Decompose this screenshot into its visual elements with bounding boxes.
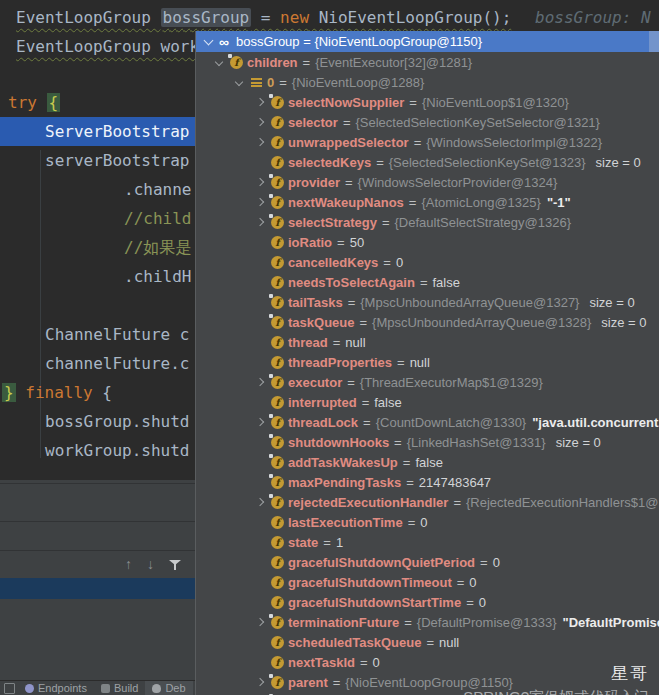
variable-row[interactable]: fstate=1 (196, 532, 659, 552)
variable-reference: {MpscUnboundedArrayQueue@1328} (372, 315, 591, 330)
expand-chevron-icon[interactable] (253, 416, 266, 429)
variable-row[interactable]: fneedsToSelectAgain=false (196, 272, 659, 292)
layout-toggle-icon[interactable] (4, 683, 15, 694)
panel-divider (0, 521, 195, 522)
variable-row[interactable]: fselectNowSupplier={NioEventLoop$1@1320} (196, 92, 659, 112)
variable-row[interactable]: frejectedExecutionHandler={RejectedExecu… (196, 492, 659, 512)
variable-row[interactable]: ftailTasks={MpscUnboundedArrayQueue@1327… (196, 292, 659, 312)
variable-value: 50 (350, 235, 364, 250)
variable-name: nextTaskId (288, 655, 355, 670)
variable-row[interactable]: fchildren={EventExecutor[32]@1281} (196, 52, 659, 72)
variable-row[interactable]: fmaxPendingTasks=2147483647 (196, 472, 659, 492)
code-token: //如果是 (124, 238, 191, 257)
variable-row[interactable]: faddTaskWakesUp=false (196, 452, 659, 472)
variable-row[interactable]: fnextWakeupNanos={AtomicLong@1325}"-1" (196, 192, 659, 212)
expand-chevron-icon[interactable] (253, 216, 266, 229)
expand-chevron-icon[interactable] (253, 616, 266, 629)
variable-row[interactable]: fexecutor={ThreadExecutorMap$1@1329} (196, 372, 659, 392)
scrollbar-thumb[interactable] (649, 31, 659, 52)
editor-left-lines: try {ServerBootstrapserverBootstrap.chan… (0, 88, 195, 465)
chevron-spacer (253, 576, 266, 589)
variable-row[interactable]: fshutdownHooks={LinkedHashSet@1331}size … (196, 432, 659, 452)
field-icon: f (271, 416, 284, 429)
variable-row[interactable]: fthreadLock={CountDownLatch@1330}"java.u… (196, 412, 659, 432)
field-icon: f (271, 256, 284, 269)
variable-row[interactable]: fselectStrategy={DefaultSelectStrategy@1… (196, 212, 659, 232)
variable-row[interactable]: fparent={NioEventLoopGroup@1150} (196, 672, 659, 692)
popup-header-title: bossGroup = {NioEventLoopGroup@1150} (236, 34, 482, 49)
code-token: ServerBootstrap (45, 122, 190, 141)
variable-string-value: "java.util.concurrent.Cou (532, 415, 659, 430)
panel-divider (0, 550, 195, 551)
expand-chevron-icon[interactable] (253, 496, 266, 509)
code-line: ChannelFuture c (0, 320, 195, 349)
field-icon: f (271, 136, 284, 149)
navigate-up-icon[interactable]: ↑ (125, 558, 132, 572)
expand-chevron-icon[interactable] (253, 116, 266, 129)
chevron-spacer (253, 596, 266, 609)
variable-value: 0 (420, 515, 427, 530)
variable-row[interactable]: fnextTaskId=0 (196, 652, 659, 672)
variable-row[interactable]: finterrupted=false (196, 392, 659, 412)
variable-reference: {DefaultPromise@1333} (417, 615, 557, 630)
statusbar-item-debug[interactable]: Deb (145, 681, 192, 695)
chevron-spacer (253, 256, 266, 269)
variable-name: threadProperties (288, 355, 392, 370)
variable-row[interactable]: fterminationFuture={DefaultPromise@1333}… (196, 612, 659, 632)
variable-name: 0 (267, 75, 274, 90)
equals-sign: = (279, 75, 287, 90)
variable-name: terminationFuture (288, 615, 399, 630)
expand-chevron-icon[interactable] (253, 376, 266, 389)
expand-chevron-icon[interactable] (253, 136, 266, 149)
statusbar-item-build[interactable]: Build (94, 681, 145, 695)
equals-sign: = (362, 395, 370, 410)
field-icon: f (271, 276, 284, 289)
variable-row[interactable]: fscheduledTaskQueue=null (196, 632, 659, 652)
variable-row[interactable]: fthreadProperties=null (196, 352, 659, 372)
field-icon: f (271, 336, 284, 349)
code-line: serverBootstrap (0, 146, 195, 175)
expand-chevron-icon[interactable] (212, 56, 225, 69)
variable-row[interactable]: fcancelledKeys=0 (196, 252, 659, 272)
variable-row[interactable]: fgracefulShutdownStartTime=0 (196, 592, 659, 612)
variable-reference: {WindowsSelectorProvider@1324} (358, 175, 558, 190)
variable-row[interactable]: fprovider={WindowsSelectorProvider@1324} (196, 172, 659, 192)
variable-row[interactable]: fgracefulShutdownQuietPeriod=0 (196, 552, 659, 572)
code-token: serverBootstrap (45, 151, 190, 170)
chevron-spacer (253, 396, 266, 409)
field-icon: f (271, 476, 284, 489)
equals-sign: = (409, 195, 417, 210)
filter-icon[interactable] (169, 559, 181, 571)
equals-sign: = (404, 615, 412, 630)
variable-row[interactable]: funwrappedSelector={WindowsSelectorImpl@… (196, 132, 659, 152)
variable-row[interactable]: ftaskQueue={MpscUnboundedArrayQueue@1328… (196, 312, 659, 332)
variable-row[interactable]: fthread=null (196, 332, 659, 352)
code-token: ChannelFuture c (45, 325, 190, 344)
variable-row[interactable]: fselector={SelectedSelectionKeySetSelect… (196, 112, 659, 132)
inline-debugger-hint: bossGroup: N (535, 4, 651, 31)
variable-name: selectNowSupplier (288, 95, 404, 110)
variable-row[interactable]: 0={NioEventLoop@1288} (196, 72, 659, 92)
variable-row[interactable]: flastExecutionTime=0 (196, 512, 659, 532)
code-token: EventLoopGroup (16, 8, 161, 27)
equals-sign: = (426, 635, 434, 650)
code-token (16, 383, 26, 402)
field-icon: f (271, 616, 284, 629)
equals-sign: = (359, 315, 367, 330)
debugger-popup-header[interactable]: ∞ bossGroup = {NioEventLoopGroup@1150} (196, 31, 659, 52)
equals-sign: = (457, 575, 465, 590)
selected-frame-row[interactable] (0, 578, 195, 599)
variable-row[interactable]: fselectedKeys={SelectedSelectionKeySet@1… (196, 152, 659, 172)
expand-chevron-icon[interactable] (253, 196, 266, 209)
expand-chevron-icon[interactable] (253, 96, 266, 109)
variable-row[interactable]: fgracefulShutdownTimeout=0 (196, 572, 659, 592)
chevron-down-icon[interactable] (204, 35, 214, 45)
expand-chevron-icon[interactable] (232, 76, 245, 89)
equals-sign: = (408, 515, 416, 530)
expand-chevron-icon[interactable] (253, 176, 266, 189)
statusbar-item-endpoints[interactable]: Endpoints (18, 681, 94, 695)
navigate-down-icon[interactable]: ↓ (147, 558, 154, 572)
variable-name: provider (288, 175, 340, 190)
expand-chevron-icon[interactable] (253, 676, 266, 689)
variable-row[interactable]: fioRatio=50 (196, 232, 659, 252)
